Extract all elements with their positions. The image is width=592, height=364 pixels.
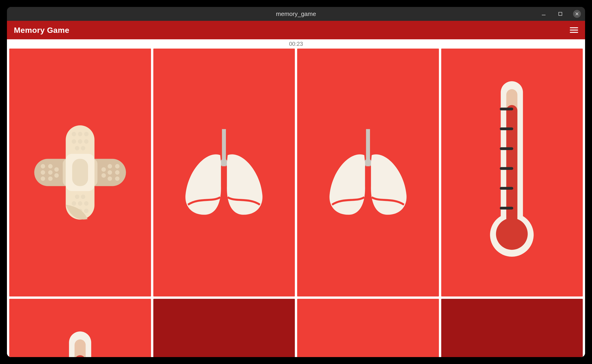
svg-point-9 <box>48 176 52 181</box>
svg-point-33 <box>84 208 88 213</box>
lungs-icon <box>174 73 273 272</box>
game-card[interactable] <box>9 299 151 357</box>
svg-point-4 <box>41 164 45 168</box>
close-icon <box>575 12 579 16</box>
svg-point-17 <box>108 176 112 181</box>
svg-point-27 <box>78 139 82 144</box>
svg-point-18 <box>101 167 106 172</box>
svg-rect-42 <box>507 105 518 224</box>
svg-point-24 <box>78 132 82 136</box>
window-frame: memory_game Memory Game <box>7 7 585 357</box>
svg-point-13 <box>108 164 112 168</box>
window-close-button[interactable] <box>573 10 581 18</box>
svg-point-6 <box>41 170 45 175</box>
svg-point-11 <box>54 173 59 178</box>
svg-point-26 <box>72 139 76 144</box>
svg-point-19 <box>101 173 106 178</box>
svg-rect-50 <box>74 339 85 357</box>
window-title: memory_game <box>7 10 585 18</box>
bandage-icon <box>31 73 130 272</box>
game-card[interactable] <box>153 299 295 357</box>
window-minimize-button[interactable] <box>540 10 548 18</box>
window-maximize-button[interactable] <box>556 10 564 18</box>
svg-point-12 <box>115 164 119 168</box>
game-card[interactable] <box>297 299 439 357</box>
svg-point-15 <box>108 170 112 175</box>
bandage-icon <box>319 324 418 357</box>
game-card[interactable] <box>441 49 583 297</box>
svg-point-30 <box>81 146 85 150</box>
app-bar: Memory Game <box>7 21 585 39</box>
game-board <box>7 49 585 357</box>
hamburger-icon <box>570 27 578 28</box>
svg-point-5 <box>48 164 52 168</box>
app-root: Memory Game 00:23 <box>7 21 585 357</box>
svg-point-23 <box>72 132 76 136</box>
svg-point-8 <box>41 176 45 181</box>
svg-point-37 <box>75 195 79 199</box>
svg-point-36 <box>84 201 88 206</box>
window-titlebar: memory_game <box>7 7 585 21</box>
minimize-icon <box>542 12 546 16</box>
menu-button[interactable] <box>570 27 578 33</box>
svg-point-28 <box>84 139 88 144</box>
svg-point-14 <box>115 170 119 175</box>
window-controls <box>540 7 581 21</box>
game-card[interactable] <box>153 49 295 297</box>
game-card[interactable] <box>441 299 583 357</box>
svg-rect-0 <box>542 15 546 15</box>
svg-point-29 <box>75 146 79 150</box>
svg-point-43 <box>496 218 528 250</box>
svg-point-10 <box>54 167 59 172</box>
svg-rect-22 <box>72 159 88 186</box>
svg-point-7 <box>48 170 52 175</box>
svg-point-34 <box>72 201 76 206</box>
thermometer-icon <box>462 73 561 272</box>
lungs-icon <box>319 73 418 272</box>
svg-point-25 <box>84 132 88 136</box>
game-card[interactable] <box>9 49 151 297</box>
svg-rect-1 <box>559 12 562 15</box>
svg-point-38 <box>81 195 85 199</box>
app-title: Memory Game <box>14 26 69 35</box>
thermometer-icon <box>31 324 130 357</box>
svg-point-35 <box>78 201 82 206</box>
timer-display: 00:23 <box>7 39 585 49</box>
game-card[interactable] <box>297 49 439 297</box>
svg-point-16 <box>115 176 119 181</box>
maximize-icon <box>558 12 562 16</box>
